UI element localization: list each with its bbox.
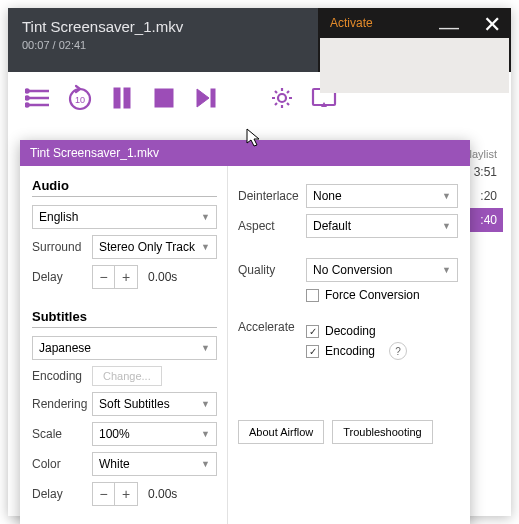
encoding-label: Encoding (32, 369, 92, 383)
time-display: 00:07 / 02:41 (22, 39, 304, 51)
rendering-select[interactable]: Soft Subtitles▼ (92, 392, 217, 416)
minimize-icon[interactable]: — (439, 16, 459, 39)
chevron-down-icon: ▼ (201, 242, 210, 252)
subtitle-delay-value: 0.00s (148, 487, 177, 501)
troubleshooting-button[interactable]: Troubleshooting (332, 420, 432, 444)
chevron-down-icon: ▼ (442, 221, 451, 231)
svg-point-13 (278, 94, 286, 102)
settings-title: Tint Screensaver_1.mkv (20, 140, 470, 166)
svg-point-5 (26, 104, 29, 107)
surround-label: Surround (32, 240, 92, 254)
surround-select[interactable]: Stereo Only Track▼ (92, 235, 217, 259)
scale-label: Scale (32, 427, 92, 441)
svg-rect-9 (124, 88, 130, 108)
chevron-down-icon: ▼ (442, 191, 451, 201)
increment-button[interactable]: + (115, 266, 137, 288)
chevron-down-icon: ▼ (201, 399, 210, 409)
audio-heading: Audio (32, 178, 217, 197)
audio-delay-label: Delay (32, 270, 92, 284)
pause-icon[interactable] (108, 84, 136, 112)
audio-delay-value: 0.00s (148, 270, 177, 284)
svg-point-3 (26, 90, 29, 93)
thumbnail-preview (320, 38, 509, 93)
increment-button[interactable]: + (115, 483, 137, 505)
decoding-label: Decoding (325, 324, 376, 338)
about-button[interactable]: About Airflow (238, 420, 324, 444)
activate-link[interactable]: Activate (330, 16, 373, 30)
aspect-label: Aspect (238, 219, 306, 233)
next-icon[interactable] (192, 84, 220, 112)
chevron-down-icon: ▼ (201, 459, 210, 469)
decrement-button[interactable]: − (93, 483, 115, 505)
settings-gear-icon[interactable] (268, 84, 296, 112)
accelerate-label: Accelerate (238, 320, 306, 334)
subtitles-track-select[interactable]: Japanese▼ (32, 336, 217, 360)
force-conversion-checkbox[interactable] (306, 289, 319, 302)
playlist-icon[interactable] (24, 84, 52, 112)
settings-panel: Tint Screensaver_1.mkv Audio English▼ Su… (20, 140, 470, 524)
chevron-down-icon: ▼ (201, 429, 210, 439)
quality-select[interactable]: No Conversion▼ (306, 258, 458, 282)
svg-marker-11 (197, 89, 209, 107)
chevron-down-icon: ▼ (201, 212, 210, 222)
quality-label: Quality (238, 263, 306, 277)
rendering-label: Rendering (32, 397, 92, 411)
audio-delay-stepper[interactable]: − + (92, 265, 138, 289)
rewind-10-icon[interactable]: 10 (66, 84, 94, 112)
decrement-button[interactable]: − (93, 266, 115, 288)
media-title: Tint Screensaver_1.mkv (22, 18, 304, 35)
close-icon[interactable]: ✕ (483, 12, 501, 38)
chevron-down-icon: ▼ (201, 343, 210, 353)
help-icon[interactable]: ? (389, 342, 407, 360)
encoding-label: Encoding (325, 344, 375, 358)
svg-point-4 (26, 97, 29, 100)
svg-rect-12 (211, 89, 215, 107)
decoding-checkbox[interactable]: ✓ (306, 325, 319, 338)
force-conversion-label: Force Conversion (325, 288, 420, 302)
color-select[interactable]: White▼ (92, 452, 217, 476)
encoding-checkbox[interactable]: ✓ (306, 345, 319, 358)
deinterlace-select[interactable]: None▼ (306, 184, 458, 208)
window-controls: Activate — ✕ (318, 8, 511, 72)
subtitle-delay-stepper[interactable]: − + (92, 482, 138, 506)
scale-select[interactable]: 100%▼ (92, 422, 217, 446)
encoding-change-button[interactable]: Change... (92, 366, 162, 386)
svg-rect-10 (155, 89, 173, 107)
svg-text:10: 10 (75, 95, 85, 105)
aspect-select[interactable]: Default▼ (306, 214, 458, 238)
player-titlebar: Tint Screensaver_1.mkv 00:07 / 02:41 (8, 8, 318, 72)
audio-track-select[interactable]: English▼ (32, 205, 217, 229)
color-label: Color (32, 457, 92, 471)
svg-rect-8 (114, 88, 120, 108)
deinterlace-label: Deinterlace (238, 189, 306, 203)
subtitles-heading: Subtitles (32, 309, 217, 328)
mouse-cursor-icon (246, 128, 262, 148)
stop-icon[interactable] (150, 84, 178, 112)
subtitle-delay-label: Delay (32, 487, 92, 501)
chevron-down-icon: ▼ (442, 265, 451, 275)
